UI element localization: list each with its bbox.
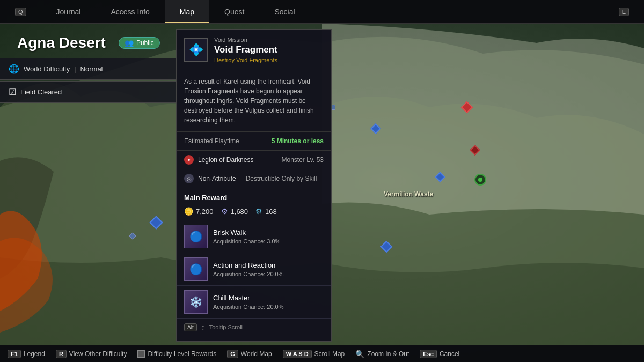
zoom-icon: 🔍 — [355, 350, 364, 358]
map-label: Map — [180, 8, 194, 16]
world-difficulty-value: Normal — [80, 65, 103, 73]
journal-label: Journal — [56, 8, 81, 16]
attribute-name: Non-Attribute — [198, 175, 236, 182]
map-marker-blue-2[interactable] — [436, 173, 444, 181]
left-panel: Agna Desert 👥 Public 🌐 World Difficulty … — [0, 24, 177, 103]
vermilion-waste-label: Vermilion Waste — [384, 190, 433, 198]
enemy-row: ✦ Legion of Darkness Monster Lv. 53 — [177, 151, 331, 169]
reward-chance-3: Acquisition Chance: 20.0% — [213, 304, 283, 310]
wasd-key: W A S D — [283, 350, 312, 358]
reward-thumb-2: 🔵 — [184, 257, 208, 281]
reward-thumb-1: 🔵 — [184, 225, 208, 248]
rewards-title: Main Reward — [177, 188, 331, 205]
mission-info: Void Mission Void Fragment Destroy Void … — [214, 36, 277, 63]
zoom-label: Zoom In & Out — [367, 350, 409, 358]
coin-icon: 🪙 — [184, 207, 193, 216]
estimated-playtime-row: Estimated Playtime 5 Minutes or less — [177, 132, 331, 151]
nav-quest[interactable]: Quest — [209, 0, 259, 23]
top-nav: Q Journal Access Info Map Quest Social E — [0, 0, 644, 24]
nav-q-key[interactable]: Q — [0, 0, 41, 23]
tooltip-row: Alt ↕ Tooltip Scroll — [177, 319, 331, 336]
star-amount: 168 — [265, 208, 277, 216]
nav-access-info[interactable]: Access Info — [96, 0, 164, 23]
zoom-item[interactable]: 🔍 Zoom In & Out — [355, 350, 409, 358]
reward-item-3: ❄️ Chill Master Acquisition Chance: 20.0… — [177, 286, 331, 319]
modal-header: 💠 Void Mission Void Fragment Destroy Voi… — [177, 30, 331, 70]
map-marker-blue-4[interactable] — [151, 218, 161, 227]
nav-social[interactable]: Social — [259, 0, 310, 23]
legend-label: Legend — [24, 350, 45, 358]
reward-name-2: Action and Reaction — [213, 261, 283, 269]
view-difficulty-label: View Other Difficulty — [69, 350, 127, 358]
scroll-icon: ↕ — [201, 323, 205, 331]
map-marker-dark-red-1[interactable] — [471, 146, 479, 154]
enemy-icon: ✦ — [184, 155, 194, 165]
field-cleared-label: Field Cleared — [20, 88, 62, 96]
area-title: Agna Desert — [9, 28, 114, 58]
playtime-label: Estimated Playtime — [184, 137, 239, 145]
attribute-row: ◎ Non-Attribute Destructible Only by Ski… — [177, 169, 331, 188]
world-difficulty-btn[interactable]: 🌐 World Difficulty | Normal — [0, 58, 177, 80]
tooltip-label: Tooltip Scroll — [209, 324, 243, 330]
reward-thumb-3: ❄️ — [184, 290, 208, 314]
star-reward-icon: ⚙ — [255, 207, 262, 216]
world-map-item[interactable]: G World Map — [227, 350, 272, 358]
e-key-badge: E — [619, 8, 629, 16]
check-icon: ☑ — [9, 87, 16, 97]
mission-type: Void Mission — [214, 36, 277, 43]
reward-name-1: Brisk Walk — [213, 228, 280, 237]
mission-name: Void Fragment — [214, 45, 277, 55]
currency-rewards: 🪙 7,200 ⚙ 1,680 ⚙ 168 — [177, 205, 331, 220]
world-icon: 🌐 — [9, 64, 19, 74]
cancel-label: Cancel — [440, 350, 459, 358]
esc-key: Esc — [420, 350, 437, 358]
playtime-value: 5 Minutes or less — [272, 137, 324, 145]
g-key: G — [227, 350, 238, 358]
scroll-map-label: Scroll Map — [314, 350, 345, 358]
attribute-desc: Destructible Only by Skill — [246, 175, 317, 182]
map-marker-circle-green[interactable] — [474, 174, 486, 186]
reward-item-2: 🔵 Action and Reaction Acquisition Chance… — [177, 253, 331, 286]
q-key-badge: Q — [15, 8, 26, 16]
map-marker-blue-1[interactable] — [372, 125, 379, 132]
gold-amount: 7,200 — [196, 208, 214, 216]
cancel-item[interactable]: Esc Cancel — [420, 350, 459, 358]
f1-key: F1 — [8, 350, 21, 358]
map-marker-red-1[interactable] — [463, 103, 471, 112]
attribute-icon: ◎ — [184, 174, 194, 183]
social-label: Social — [274, 8, 295, 16]
quest-label: Quest — [224, 8, 244, 16]
reward-chance-2: Acquisition Chance: 20.0% — [213, 271, 283, 277]
reward-item-1: 🔵 Brisk Walk Acquisition Chance: 3.0% — [177, 220, 331, 253]
scroll-map-item[interactable]: W A S D Scroll Map — [283, 350, 345, 358]
enemy-level: Monster Lv. 53 — [282, 156, 324, 164]
map-marker-blue-3[interactable] — [382, 242, 391, 251]
gear-amount: 1,680 — [231, 208, 248, 216]
currency-gold: 🪙 7,200 — [184, 207, 214, 216]
world-map-label: World Map — [241, 350, 272, 358]
nav-journal[interactable]: Journal — [41, 0, 96, 23]
field-cleared-btn[interactable]: ☑ Field Cleared — [0, 81, 177, 103]
mission-description: As a result of Karel using the Ironheart… — [177, 70, 331, 132]
checkbox-icon — [137, 350, 145, 358]
nav-map[interactable]: Map — [165, 0, 209, 23]
difficulty-rewards-label: Difficulty Level Rewards — [148, 350, 216, 358]
reward-chance-1: Acquisition Chance: 3.0% — [213, 238, 280, 245]
currency-star: ⚙ 168 — [255, 207, 277, 216]
access-info-label: Access Info — [111, 8, 149, 16]
gear-reward-icon: ⚙ — [221, 207, 228, 216]
public-badge: 👥 Public — [119, 37, 160, 49]
r-key: R — [56, 350, 67, 358]
divider: | — [74, 65, 76, 73]
mission-sub: Destroy Void Fragments — [214, 57, 277, 63]
map-marker-small-1[interactable] — [130, 233, 135, 239]
reward-name-3: Chill Master — [213, 294, 283, 302]
mission-modal: 💠 Void Mission Void Fragment Destroy Voi… — [176, 29, 332, 342]
world-difficulty-label: World Difficulty — [24, 65, 70, 73]
bottom-bar: F1 Legend R View Other Difficulty Diffic… — [0, 345, 644, 362]
nav-e-key[interactable]: E — [604, 0, 644, 23]
view-difficulty-item[interactable]: R View Other Difficulty — [56, 350, 127, 358]
difficulty-rewards-item[interactable]: Difficulty Level Rewards — [137, 350, 216, 358]
currency-gear: ⚙ 1,680 — [221, 207, 248, 216]
legend-item[interactable]: F1 Legend — [8, 350, 45, 358]
